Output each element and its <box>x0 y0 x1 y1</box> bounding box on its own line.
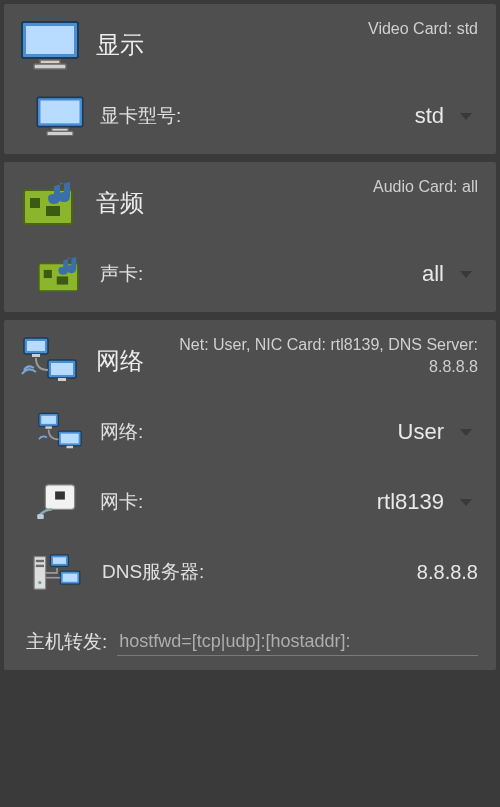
svg-rect-5 <box>41 101 80 124</box>
svg-rect-1 <box>26 26 74 54</box>
network-nic-row: 网卡: rtl8139 <box>4 470 496 540</box>
display-model-dropdown[interactable]: std <box>378 101 478 131</box>
svg-rect-22 <box>45 426 52 428</box>
network-icon <box>18 334 82 388</box>
audio-card-icon <box>34 252 86 296</box>
audio-card-label: 声卡: <box>100 261 143 287</box>
svg-rect-24 <box>61 434 79 444</box>
audio-card-icon <box>18 176 82 230</box>
audio-header: 音频 Audio Card: all <box>4 162 496 242</box>
svg-rect-13 <box>57 276 68 284</box>
display-model-value: std <box>415 103 444 129</box>
display-model-label: 显卡型号: <box>100 103 181 129</box>
audio-card-dropdown[interactable]: all <box>378 259 478 289</box>
nic-icon <box>34 480 86 524</box>
svg-point-32 <box>38 581 41 584</box>
svg-rect-16 <box>32 354 40 357</box>
svg-rect-9 <box>30 198 40 208</box>
display-title: 显示 <box>96 29 144 61</box>
chevron-down-icon <box>460 429 472 436</box>
svg-rect-31 <box>36 565 44 567</box>
chevron-down-icon <box>460 271 472 278</box>
chevron-down-icon <box>460 499 472 506</box>
svg-rect-21 <box>41 416 56 424</box>
monitor-icon <box>18 18 82 72</box>
svg-rect-7 <box>47 131 73 135</box>
network-hostfwd-input[interactable] <box>117 628 478 656</box>
network-mode-value: User <box>398 419 444 445</box>
network-panel: 网络 Net: User, NIC Card: rtl8139, DNS Ser… <box>4 320 496 670</box>
svg-rect-18 <box>51 363 73 375</box>
display-summary: Video Card: std <box>368 18 478 40</box>
audio-card-row: 声卡: all <box>4 242 496 312</box>
network-nic-dropdown[interactable]: rtl8139 <box>371 487 478 517</box>
audio-summary: Audio Card: all <box>373 176 478 198</box>
monitor-icon <box>34 94 86 138</box>
network-header: 网络 Net: User, NIC Card: rtl8139, DNS Ser… <box>4 320 496 400</box>
svg-rect-28 <box>37 514 44 519</box>
network-summary: Net: User, NIC Card: rtl8139, DNS Server… <box>178 334 478 379</box>
display-panel: 显示 Video Card: std 显卡型号: std <box>4 4 496 154</box>
svg-rect-36 <box>63 574 78 582</box>
network-mode-dropdown[interactable]: User <box>378 417 478 447</box>
network-hostfwd-row: 主机转发: <box>4 610 496 670</box>
audio-title: 音频 <box>96 187 144 219</box>
svg-rect-34 <box>53 557 66 564</box>
network-nic-label: 网卡: <box>100 489 143 515</box>
svg-rect-15 <box>27 341 45 351</box>
svg-rect-19 <box>58 378 66 381</box>
network-mode-label: 网络: <box>100 419 143 445</box>
svg-rect-27 <box>55 491 65 499</box>
network-title: 网络 <box>96 345 144 377</box>
dns-server-icon <box>26 550 88 594</box>
display-model-row: 显卡型号: std <box>4 84 496 154</box>
svg-rect-25 <box>67 446 74 448</box>
svg-rect-12 <box>44 270 52 278</box>
network-hostfwd-label: 主机转发: <box>26 629 107 655</box>
svg-rect-30 <box>36 560 44 562</box>
svg-rect-10 <box>46 206 60 216</box>
svg-rect-3 <box>34 64 66 69</box>
chevron-down-icon <box>460 113 472 120</box>
network-icon <box>34 410 86 454</box>
network-mode-row: 网络: User <box>4 400 496 470</box>
network-dns-input[interactable] <box>298 561 478 584</box>
audio-panel: 音频 Audio Card: all 声卡: all <box>4 162 496 312</box>
network-dns-label: DNS服务器: <box>102 559 204 585</box>
network-nic-value: rtl8139 <box>377 489 444 515</box>
audio-card-value: all <box>422 261 444 287</box>
network-dns-row: DNS服务器: <box>4 540 496 610</box>
display-header: 显示 Video Card: std <box>4 4 496 84</box>
